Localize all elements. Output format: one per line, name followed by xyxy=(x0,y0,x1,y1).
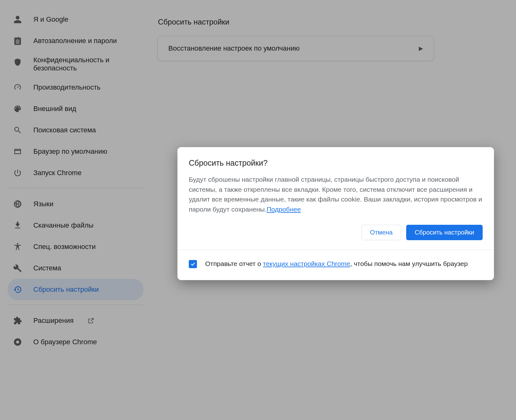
send-report-label: Отправьте отчет о текущих настройках Chr… xyxy=(205,259,468,269)
cancel-button[interactable]: Отмена xyxy=(362,225,401,240)
current-settings-link[interactable]: текущих настройках Chrome xyxy=(263,260,350,267)
dialog-body-text: Будут сброшены настройки главной страниц… xyxy=(189,176,482,213)
dialog-title: Сбросить настройки? xyxy=(189,158,483,168)
dialog-body: Будут сброшены настройки главной страниц… xyxy=(177,174,494,217)
learn-more-link[interactable]: Подробнее xyxy=(266,206,301,213)
send-report-checkbox[interactable] xyxy=(189,260,197,268)
modal-backdrop: Сбросить настройки? Будут сброшены настр… xyxy=(0,0,516,420)
reset-settings-dialog: Сбросить настройки? Будут сброшены настр… xyxy=(177,147,494,280)
reset-button[interactable]: Сбросить настройки xyxy=(406,225,483,240)
